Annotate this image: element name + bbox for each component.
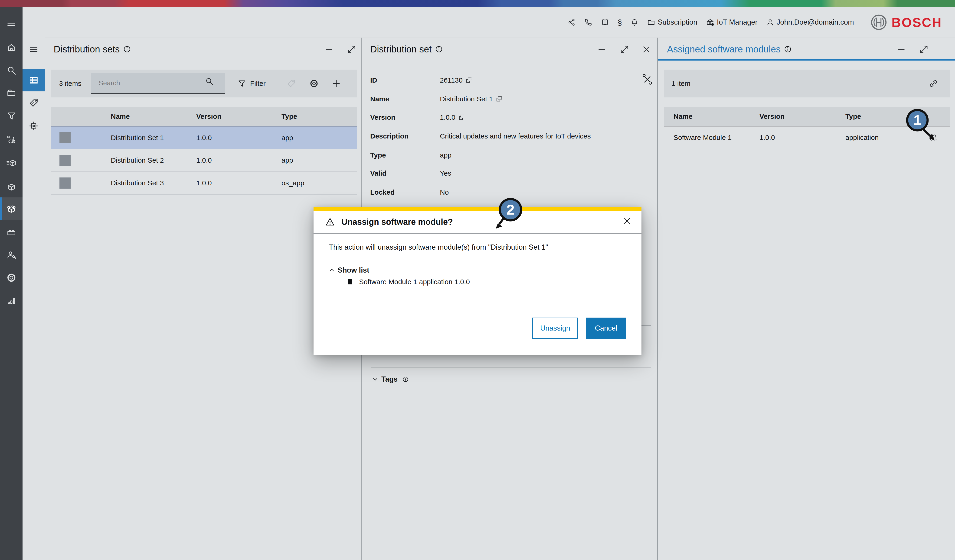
- minimize-icon[interactable]: [597, 45, 607, 54]
- sidebar-item-distributions[interactable]: [0, 176, 22, 197]
- row-type: app: [282, 134, 293, 142]
- legal-paragraph-icon[interactable]: §: [618, 18, 622, 27]
- panel1-items-count: 3 items: [59, 80, 81, 87]
- brick-icon: [6, 227, 17, 237]
- field-name: Name Distribution Set 1: [362, 93, 657, 105]
- minimize-icon[interactable]: [897, 45, 906, 54]
- module-list-item-text: Software Module 1 application 1.0.0: [359, 278, 470, 286]
- sidebar-item-rollouts[interactable]: [0, 153, 22, 174]
- chip-icon: [28, 121, 39, 131]
- expand-icon[interactable]: [620, 45, 629, 54]
- expand-icon[interactable]: [919, 45, 929, 54]
- row-type: app: [282, 156, 293, 164]
- secondary-sidebar: [22, 37, 45, 560]
- info-icon[interactable]: [123, 45, 131, 53]
- sidebar-item-access-control[interactable]: [0, 244, 22, 266]
- subscription-menu[interactable]: Subscription: [647, 18, 697, 27]
- bosch-wordmark: BOSCH: [892, 15, 942, 30]
- row-version: 1.0.0: [759, 134, 775, 142]
- dialog-header-divider: [313, 233, 642, 234]
- link-assign-icon[interactable]: [928, 79, 938, 88]
- bosch-supergraphic-stripe: [0, 0, 955, 7]
- assigned-software-modules-panel: Assigned software modules 1 item Name Ve…: [658, 37, 955, 560]
- info-icon[interactable]: [784, 45, 792, 53]
- user-menu[interactable]: John.Doe@domain.com: [766, 18, 854, 27]
- table-settings-gear-icon[interactable]: [309, 79, 319, 88]
- magnifier-icon[interactable]: [205, 76, 214, 86]
- field-locked: Locked No: [362, 186, 657, 198]
- copy-icon[interactable]: [496, 95, 503, 103]
- row-thumbnail: [59, 132, 70, 144]
- show-list-toggle[interactable]: Show list: [329, 265, 369, 275]
- sidebar-item-automation[interactable]: [0, 129, 22, 150]
- tenant-menu[interactable]: IoT Manager: [706, 18, 758, 27]
- notifications-bell-icon[interactable]: [630, 18, 639, 27]
- column-type[interactable]: Type: [282, 112, 297, 120]
- info-icon[interactable]: [402, 376, 409, 382]
- main-menu-hamburger[interactable]: [0, 12, 22, 34]
- panel-menu-hamburger[interactable]: [22, 44, 45, 55]
- tenant-label: IoT Manager: [717, 18, 758, 27]
- field-valid: Valid Yes: [362, 167, 657, 179]
- user-email: John.Doe@domain.com: [777, 18, 854, 27]
- subscription-folder-icon: [647, 18, 655, 27]
- copy-icon[interactable]: [465, 77, 473, 84]
- column-name[interactable]: Name: [673, 112, 692, 120]
- unlink-unassign-icon[interactable]: [929, 133, 938, 142]
- row-version: 1.0.0: [196, 134, 212, 142]
- filter-button[interactable]: Filter: [237, 79, 266, 88]
- sidebar-item-software-active[interactable]: [0, 197, 22, 220]
- sidebar-item-filters[interactable]: [0, 105, 22, 127]
- warning-triangle-icon: [325, 217, 335, 227]
- chevron-up-icon: [329, 267, 335, 274]
- search-icon: [6, 65, 17, 76]
- add-plus-icon[interactable]: [332, 79, 341, 88]
- table-row[interactable]: Software Module 1 1.0.0 application: [664, 126, 950, 149]
- unassign-button[interactable]: Unassign: [532, 318, 578, 339]
- column-version[interactable]: Version: [759, 112, 784, 120]
- sidebar-item-search[interactable]: [0, 59, 22, 81]
- bosch-anchor-mark-icon: [870, 14, 888, 31]
- close-icon[interactable]: [622, 216, 632, 226]
- tags-section-toggle[interactable]: Tags: [372, 374, 409, 385]
- row-name: Software Module 1: [673, 134, 731, 142]
- dialog-message: This action will unassign software modul…: [329, 243, 548, 251]
- sidebar-item-settings[interactable]: [0, 267, 22, 289]
- minimize-icon[interactable]: [324, 45, 334, 54]
- field-description: Description Critical updates and new fea…: [362, 130, 657, 142]
- sidebar-item-components[interactable]: [0, 222, 22, 243]
- close-icon[interactable]: [642, 45, 651, 54]
- tags-label: Tags: [381, 375, 398, 384]
- row-name: Distribution Set 1: [111, 134, 164, 142]
- row-name: Distribution Set 3: [111, 179, 164, 187]
- field-label: Version: [370, 114, 395, 121]
- phone-icon[interactable]: [584, 18, 592, 27]
- column-type[interactable]: Type: [845, 112, 861, 120]
- info-icon[interactable]: [435, 45, 443, 53]
- table-row[interactable]: Distribution Set 2 1.0.0 app: [51, 149, 357, 172]
- expand-icon[interactable]: [347, 45, 357, 54]
- table-row-selected[interactable]: Distribution Set 1 1.0.0 app: [51, 126, 357, 149]
- table-row[interactable]: Distribution Set 3 1.0.0 os_app: [51, 172, 357, 195]
- unassign-confirmation-dialog: Unassign software module? This action wi…: [313, 207, 642, 355]
- share-icon[interactable]: [567, 18, 576, 27]
- copy-icon[interactable]: [458, 114, 465, 121]
- field-value: Yes: [440, 169, 451, 177]
- sidebar-item-statistics[interactable]: [0, 290, 22, 311]
- field-value: No: [440, 188, 449, 196]
- field-value: 1.0.0: [440, 114, 456, 121]
- sidebar-item-devices[interactable]: [0, 82, 22, 103]
- cancel-button[interactable]: Cancel: [586, 318, 626, 339]
- column-version[interactable]: Version: [196, 112, 221, 120]
- column-name[interactable]: Name: [111, 112, 130, 120]
- dialog-warning-accent-bar: [313, 207, 642, 211]
- sidebar2-item-chip[interactable]: [22, 120, 45, 132]
- user-person-icon: [766, 18, 774, 27]
- row-type: os_app: [282, 179, 304, 187]
- module-list-item: Software Module 1 application 1.0.0: [348, 277, 470, 287]
- panel3-toolbar: 1 item: [664, 70, 950, 97]
- documentation-book-icon[interactable]: [601, 18, 609, 27]
- sidebar2-item-table-view-active[interactable]: [22, 69, 45, 91]
- sidebar2-item-tags[interactable]: [22, 97, 45, 109]
- sidebar-item-home[interactable]: [0, 37, 22, 58]
